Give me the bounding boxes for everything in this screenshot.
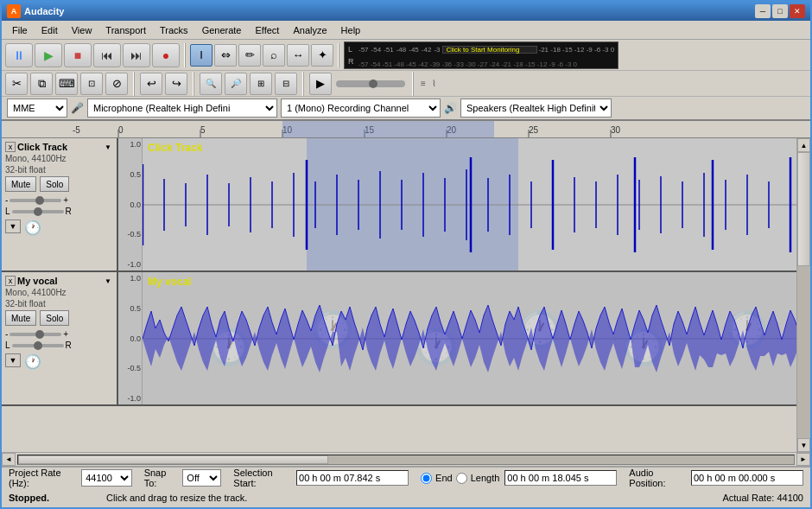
selection-end-input[interactable] bbox=[504, 470, 617, 486]
microphone-select[interactable]: Microphone (Realtek High Defini bbox=[87, 99, 277, 118]
fit-selection-button[interactable]: ⊟ bbox=[275, 73, 297, 95]
menu-effect[interactable]: Effect bbox=[249, 23, 287, 37]
timeshift-tool[interactable]: ↔ bbox=[287, 44, 309, 67]
scroll-up-button[interactable]: ▲ bbox=[797, 138, 810, 152]
app-window: A Audacity ─ □ ✕ File Edit View Transpor… bbox=[0, 0, 812, 509]
stop-button[interactable]: ■ bbox=[64, 43, 92, 67]
snap-to-select[interactable]: Off bbox=[182, 469, 221, 487]
menu-bar: File Edit View Transport Tracks Generate… bbox=[2, 21, 810, 40]
collapse-button[interactable]: ▼ bbox=[5, 220, 21, 233]
menu-file[interactable]: File bbox=[5, 23, 35, 37]
audio-interface-select[interactable]: MME bbox=[7, 99, 67, 118]
track-dropdown[interactable]: ▼ bbox=[103, 142, 113, 152]
redo-button[interactable]: ↪ bbox=[165, 73, 187, 95]
track-close-button[interactable]: x bbox=[5, 142, 16, 152]
menu-generate[interactable]: Generate bbox=[195, 23, 249, 37]
zoom-out-button[interactable]: 🔎 bbox=[225, 73, 247, 95]
menu-help[interactable]: Help bbox=[334, 23, 368, 37]
svg-rect-0 bbox=[2, 121, 118, 138]
vocal-pan-slider[interactable] bbox=[12, 344, 64, 347]
end-length-radio-group: End Length bbox=[421, 473, 499, 484]
timeline-ruler: -5 0 5 10 15 20 25 30 bbox=[2, 121, 810, 138]
pause-button[interactable]: ⏸ bbox=[5, 43, 33, 67]
record-button[interactable]: ● bbox=[152, 43, 180, 67]
click-track-waveform[interactable]: 1.0 0.5 0.0 -0.5 -1.0 bbox=[118, 138, 796, 270]
app-icon: A bbox=[7, 4, 21, 18]
horizontal-scrollbar[interactable]: ◄ ► bbox=[2, 452, 810, 466]
minimize-button[interactable]: ─ bbox=[755, 4, 771, 18]
envelope-tool[interactable]: ⇔ bbox=[214, 44, 237, 67]
h-scroll-track[interactable] bbox=[17, 455, 795, 465]
v-scroll-track[interactable] bbox=[797, 152, 810, 438]
pan-R: R bbox=[66, 207, 72, 216]
vu-R-meter: -57 -54 -51 -48 -45 -42 -39 -36 -33 -30 … bbox=[358, 58, 614, 66]
multitool[interactable]: ✦ bbox=[311, 44, 333, 67]
silence-button[interactable]: ⊘ bbox=[105, 73, 128, 95]
forward-button[interactable]: ⏭ bbox=[123, 43, 150, 67]
draw-tool[interactable]: ✏ bbox=[238, 44, 261, 67]
menu-transport[interactable]: Transport bbox=[98, 23, 153, 37]
solo-button[interactable]: Solo bbox=[40, 176, 69, 192]
hint-text: Click and drag to resize the track. bbox=[106, 493, 247, 503]
menu-view[interactable]: View bbox=[65, 23, 99, 37]
trim-button[interactable]: ⊡ bbox=[80, 73, 103, 95]
length-radio[interactable] bbox=[456, 473, 467, 484]
undo-button[interactable]: ↩ bbox=[140, 73, 162, 95]
speaker-icon: 🔊 bbox=[444, 102, 457, 114]
audio-pos-input[interactable] bbox=[691, 470, 803, 486]
track-info-1: Mono, 44100Hz bbox=[5, 154, 113, 163]
vocal-track-close[interactable]: x bbox=[5, 276, 16, 286]
selection-row: Project Rate (Hz): 44100 Snap To: Off Se… bbox=[2, 468, 810, 488]
project-rate-label: Project Rate (Hz): bbox=[9, 468, 76, 488]
start-monitoring-btn[interactable]: Click to Start Monitoring bbox=[442, 46, 537, 54]
maximize-button[interactable]: □ bbox=[772, 4, 788, 18]
vocal-solo-button[interactable]: Solo bbox=[40, 310, 69, 326]
vertical-scrollbar[interactable]: ▲ ▼ bbox=[796, 138, 810, 452]
vocal-track-name: My vocal bbox=[17, 276, 101, 286]
play-button[interactable]: ▶ bbox=[35, 43, 62, 67]
vocal-track-waveform[interactable]: 1.0 0.5 0.0 -0.5 -1.0 🕐 🕐 🕐 bbox=[118, 272, 796, 404]
v-scroll-thumb[interactable] bbox=[797, 152, 810, 266]
rewind-button[interactable]: ⏮ bbox=[93, 43, 121, 67]
mute-button[interactable]: Mute bbox=[5, 176, 36, 192]
svg-text:5: 5 bbox=[200, 125, 206, 135]
end-radio[interactable] bbox=[421, 473, 432, 484]
vu-input-meter: L -57 -54 -51 -48 -45 -42 -3 Click to St… bbox=[344, 41, 619, 69]
zoom-in-button[interactable]: 🔍 bbox=[200, 73, 222, 95]
device-bar: MME 🎤 Microphone (Realtek High Defini 1 … bbox=[2, 97, 810, 121]
separator-5 bbox=[302, 72, 304, 96]
h-scroll-thumb[interactable] bbox=[18, 455, 328, 464]
scroll-left-button[interactable]: ◄ bbox=[2, 453, 16, 466]
vocal-dropdown[interactable]: ▼ bbox=[103, 276, 113, 286]
paste-button[interactable]: ⌨ bbox=[55, 73, 78, 95]
selection-start-input[interactable] bbox=[296, 470, 409, 486]
copy-button[interactable]: ⧉ bbox=[30, 73, 53, 95]
speaker-select[interactable]: Speakers (Realtek High Definiti bbox=[460, 99, 612, 118]
volume-slider[interactable] bbox=[10, 199, 61, 202]
click-track-label: Click Track bbox=[148, 142, 202, 154]
vocal-collapse-button[interactable]: ▼ bbox=[5, 353, 21, 367]
selection-tool[interactable]: I bbox=[190, 44, 213, 67]
zoom-tool[interactable]: ⌕ bbox=[263, 44, 285, 67]
close-button[interactable]: ✕ bbox=[790, 4, 805, 18]
menu-tracks[interactable]: Tracks bbox=[153, 23, 195, 37]
menu-analyze[interactable]: Analyze bbox=[286, 23, 333, 37]
scroll-right-button[interactable]: ► bbox=[796, 453, 810, 466]
pan-slider[interactable] bbox=[12, 210, 64, 213]
scroll-down-button[interactable]: ▼ bbox=[797, 438, 810, 452]
vocal-mute-button[interactable]: Mute bbox=[5, 310, 36, 326]
play-at-speed-button[interactable]: ▶ bbox=[309, 73, 332, 95]
mic-icon: 🎤 bbox=[71, 102, 84, 114]
eq-icon: ⌇ bbox=[430, 79, 438, 88]
fit-project-button[interactable]: ⊞ bbox=[250, 73, 272, 95]
menu-edit[interactable]: Edit bbox=[35, 23, 65, 37]
status-text: Stopped. bbox=[9, 493, 49, 503]
cut-button[interactable]: ✂ bbox=[5, 73, 28, 95]
project-rate-select[interactable]: 44100 bbox=[81, 469, 131, 487]
speed-slider[interactable] bbox=[336, 80, 405, 87]
separator-1 bbox=[184, 43, 186, 67]
vocal-volume-slider[interactable] bbox=[10, 333, 61, 336]
status-bar: Project Rate (Hz): 44100 Snap To: Off Se… bbox=[2, 466, 810, 507]
vocal-track-label: My vocal bbox=[148, 276, 192, 288]
channel-select[interactable]: 1 (Mono) Recording Channel bbox=[281, 99, 441, 118]
